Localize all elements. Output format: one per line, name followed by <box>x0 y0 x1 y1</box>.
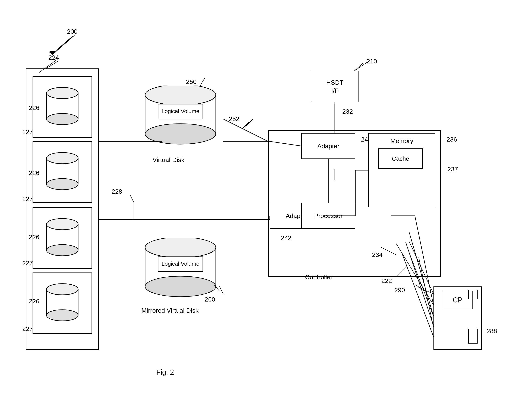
adapter-top-box: Adapter <box>301 133 355 159</box>
ref-226-4: 226 <box>29 298 39 305</box>
svg-point-61 <box>145 276 216 297</box>
svg-line-65 <box>52 35 75 55</box>
cylinder-3-svg <box>44 218 81 259</box>
svg-marker-1 <box>49 51 55 54</box>
ref-228: 228 <box>112 188 122 195</box>
cp-label-box: CP <box>443 291 472 309</box>
ref-227-4: 227 <box>22 325 33 332</box>
svg-point-54 <box>145 124 216 144</box>
memory-label: Memory <box>390 137 413 144</box>
disk-bay-4 <box>33 272 92 334</box>
ref-227-1: 227 <box>22 128 33 135</box>
svg-point-40 <box>46 152 78 164</box>
ref-226-2: 226 <box>29 169 39 177</box>
ref-227-2: 227 <box>22 195 33 202</box>
cylinder-1-svg <box>44 87 81 128</box>
diagram: 200 224 226 227 226 227 <box>0 0 517 420</box>
ref-234: 234 <box>372 251 383 258</box>
fig-caption: Fig. 2 <box>156 368 174 376</box>
cp-box: CP <box>434 286 482 350</box>
disk-bay-3 <box>33 207 92 269</box>
cache-box: Cache <box>378 149 423 169</box>
processor-label: Processor <box>314 212 343 219</box>
mirrored-disk-svg: Logical Volume <box>140 238 221 301</box>
svg-point-39 <box>46 179 78 190</box>
ref-200: 200 <box>67 28 78 35</box>
cp-indicator-1 <box>468 290 478 299</box>
svg-line-0 <box>52 36 73 54</box>
svg-point-45 <box>46 218 78 230</box>
svg-point-44 <box>46 245 78 256</box>
svg-line-28 <box>415 285 424 290</box>
svg-line-87 <box>242 122 249 129</box>
disk-bay-2 <box>33 141 92 203</box>
memory-inner: Memory Cache <box>369 134 435 207</box>
adapter-top-label: Adapter <box>317 142 339 150</box>
ref-237: 237 <box>447 165 458 173</box>
disk-bay-1 <box>33 76 92 138</box>
controller-label: Controller <box>305 273 332 281</box>
ref-227-3: 227 <box>22 260 33 267</box>
ref-226-1: 226 <box>29 104 39 112</box>
ref-242: 242 <box>281 234 292 242</box>
virtual-disk-top: Logical Volume <box>140 86 221 150</box>
svg-line-17 <box>246 119 253 127</box>
ref-288: 288 <box>487 327 497 335</box>
svg-point-35 <box>46 87 78 98</box>
mirrored-virtual-disk-label: Mirrored Virtual Disk <box>141 307 199 314</box>
ref-224: 224 <box>48 54 59 61</box>
virtual-disk-label: Virtual Disk <box>153 156 184 164</box>
svg-line-2 <box>45 61 58 69</box>
svg-point-50 <box>46 284 78 295</box>
svg-point-55 <box>145 86 216 105</box>
cache-label: Cache <box>392 155 409 162</box>
svg-point-49 <box>46 310 78 321</box>
ref-290: 290 <box>394 286 405 294</box>
mirrored-virtual-disk: Logical Volume <box>140 238 221 302</box>
ref-250: 250 <box>186 78 197 85</box>
hsdt-if-box: HSDTI/F <box>311 71 359 102</box>
ref-226-3: 226 <box>29 233 39 241</box>
svg-point-62 <box>145 238 216 258</box>
ref-260: 260 <box>205 296 215 303</box>
virtual-disk-top-svg: Logical Volume <box>140 86 221 149</box>
svg-text:Logical Volume: Logical Volume <box>161 261 199 267</box>
cp-label: CP <box>453 296 463 304</box>
cp-indicator-2 <box>468 329 478 344</box>
svg-point-34 <box>46 113 78 125</box>
cylinder-4-svg <box>44 283 81 324</box>
svg-text:Logical Volume: Logical Volume <box>161 108 199 114</box>
ref-222: 222 <box>381 277 392 285</box>
svg-line-14 <box>130 195 134 203</box>
ref-232: 232 <box>342 108 353 115</box>
memory-box: Memory Cache <box>368 133 435 207</box>
svg-line-89 <box>419 287 434 294</box>
svg-line-67 <box>39 60 56 73</box>
ref-236: 236 <box>447 136 457 143</box>
ref-210: 210 <box>367 58 377 65</box>
cylinder-2-svg <box>44 152 81 193</box>
processor-box: Processor <box>301 203 355 229</box>
ref-252: 252 <box>229 115 240 123</box>
hsdt-if-label: HSDTI/F <box>326 78 344 95</box>
